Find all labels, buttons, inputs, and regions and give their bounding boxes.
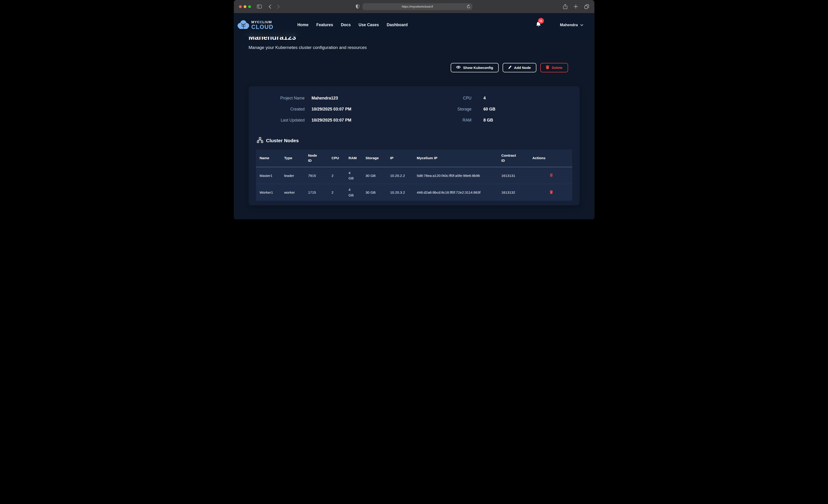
col-header-name: Name — [256, 150, 281, 167]
cell-cpu: 2 — [328, 184, 345, 201]
cell-storage: 30 GB — [362, 184, 386, 201]
cell-contract-id: 1613131 — [498, 167, 529, 184]
url-text: https://myceliumcloud.tf — [402, 5, 433, 8]
col-header-ip: IP — [386, 150, 413, 167]
cell-cpu: 2 — [328, 167, 345, 184]
site-navbar: MYCELIUM CLOUD Home Features Docs Use Ca… — [234, 13, 594, 37]
cloud-logo-icon — [237, 20, 250, 30]
cpu-label: CPU — [414, 96, 471, 100]
project-name-row: Project Name Mahendra123 — [260, 96, 414, 100]
ram-label: RAM — [414, 118, 471, 123]
address-bar-group: https://myceliumcloud.tf — [356, 0, 472, 13]
browser-toolbar: https://myceliumcloud.tf — [234, 0, 594, 13]
brand-text: MYCELIUM CLOUD — [251, 20, 274, 30]
chevron-down-icon — [580, 23, 583, 27]
col-header-actions: Actions — [529, 150, 572, 167]
delete-node-icon[interactable] — [548, 190, 554, 195]
zoom-window-button[interactable] — [248, 5, 251, 8]
ram-row: RAM 8 GB — [414, 118, 569, 123]
cpu-row: CPU 4 — [414, 96, 569, 100]
project-name-label: Project Name — [260, 96, 305, 100]
cluster-actions: Show Kubeconfig Add Node Delete — [249, 63, 580, 72]
storage-row: Storage 60 GB — [414, 107, 569, 112]
new-tab-icon[interactable] — [574, 4, 578, 9]
notification-count-badge: 11 — [538, 18, 544, 24]
cluster-info-grid: Project Name Mahendra123 Created 10/29/2… — [256, 95, 572, 129]
nav-link-features[interactable]: Features — [317, 23, 333, 27]
toolbar-right-icons — [563, 4, 589, 9]
eye-icon — [456, 66, 460, 70]
cell-contract-id: 1613132 — [498, 184, 529, 201]
page-subtitle: Manage your Kubernetes cluster configura… — [249, 45, 580, 50]
user-name: Mahendra — [560, 23, 578, 27]
storage-value: 60 GB — [484, 107, 569, 112]
show-kubeconfig-button[interactable]: Show Kubeconfig — [451, 63, 499, 72]
delete-cluster-button[interactable]: Delete — [540, 63, 568, 72]
cell-type: leader — [281, 167, 304, 184]
cell-ram: 4 GB — [345, 167, 362, 184]
col-header-storage: Storage — [362, 150, 386, 167]
col-header-cpu: CPU — [328, 150, 345, 167]
cluster-nodes-heading: Cluster Nodes — [257, 137, 572, 144]
col-header-contract-id: Contract ID — [498, 150, 529, 167]
refresh-icon[interactable] — [467, 5, 470, 9]
tab-overview-icon[interactable] — [584, 4, 589, 9]
cell-actions — [529, 167, 572, 184]
cell-mycelium-ip: 5d8:78ea:a120:f40c:ff0f:a5fe:99e6:8b96 — [413, 167, 498, 184]
cell-ip: 10.20.2.2 — [386, 167, 413, 184]
cell-node-id: 1715 — [304, 184, 328, 201]
user-menu[interactable]: Mahendra — [558, 23, 585, 27]
last-updated-row: Last Updated 10/29/2025 03:07 PM — [260, 118, 414, 123]
pencil-icon — [508, 66, 511, 70]
created-row: Created 10/29/2025 03:07 PM — [260, 107, 414, 112]
nav-link-docs[interactable]: Docs — [341, 23, 351, 27]
nav-link-dashboard[interactable]: Dashboard — [387, 23, 408, 27]
cell-name: Master1 — [256, 167, 281, 184]
col-header-ram: RAM — [345, 150, 362, 167]
navbar-right: 11 Mahendra — [536, 22, 585, 28]
cell-storage: 30 GB — [362, 167, 386, 184]
cell-ram: 4 GB — [345, 184, 362, 201]
cluster-nodes-table: Name Type Node ID CPU RAM Storage IP Myc… — [256, 150, 572, 201]
url-input[interactable]: https://myceliumcloud.tf — [362, 3, 472, 10]
nav-links: Home Features Docs Use Cases Dashboard — [297, 23, 408, 27]
ram-value: 8 GB — [484, 118, 569, 123]
cluster-nodes-title: Cluster Nodes — [266, 138, 299, 143]
table-header-row: Name Type Node ID CPU RAM Storage IP Myc… — [256, 150, 572, 167]
col-header-type: Type — [281, 150, 304, 167]
project-name-value: Mahendra123 — [312, 96, 414, 100]
table-row-master1: Master1 leader 7915 2 4 GB 30 GB 10.20.2… — [256, 167, 572, 184]
cluster-details-card: Project Name Mahendra123 Created 10/29/2… — [249, 86, 580, 205]
sidebar-toggle-icon[interactable] — [257, 5, 262, 8]
cell-name: Worker1 — [256, 184, 281, 201]
forward-icon[interactable] — [277, 5, 280, 9]
created-value: 10/29/2025 03:07 PM — [312, 107, 414, 112]
storage-label: Storage — [414, 107, 471, 112]
share-icon[interactable] — [563, 4, 567, 9]
col-header-mycelium-ip: Mycelium IP — [413, 150, 498, 167]
minimize-window-button[interactable] — [244, 5, 246, 8]
network-nodes-icon — [257, 137, 263, 144]
nav-link-home[interactable]: Home — [297, 23, 308, 27]
notifications-bell-icon[interactable]: 11 — [536, 22, 541, 28]
cell-actions — [529, 184, 572, 201]
nav-link-use-cases[interactable]: Use Cases — [359, 23, 379, 27]
back-icon[interactable] — [268, 5, 271, 9]
cell-node-id: 7915 — [304, 167, 328, 184]
created-label: Created — [260, 107, 305, 112]
traffic-lights — [239, 5, 251, 8]
delete-node-icon[interactable] — [548, 173, 554, 178]
cpu-value: 4 — [484, 96, 569, 100]
table-row-worker1: Worker1 worker 1715 2 4 GB 30 GB 10.20.3… — [256, 184, 572, 201]
last-updated-value: 10/29/2025 03:07 PM — [312, 118, 414, 123]
cell-type: worker — [281, 184, 304, 201]
brand-logo[interactable]: MYCELIUM CLOUD — [237, 20, 274, 30]
trash-icon — [546, 65, 549, 70]
close-window-button[interactable] — [239, 5, 242, 8]
add-node-button[interactable]: Add Node — [503, 63, 536, 72]
col-header-node-id: Node ID — [304, 150, 328, 167]
cell-mycelium-ip: 446:d2a6:8bcd:8c16:ff0f:72e2:3114:863f — [413, 184, 498, 201]
cell-ip: 10.20.3.2 — [386, 184, 413, 201]
browser-window: https://myceliumcloud.tf — [234, 0, 594, 219]
privacy-shield-icon[interactable] — [356, 4, 359, 9]
